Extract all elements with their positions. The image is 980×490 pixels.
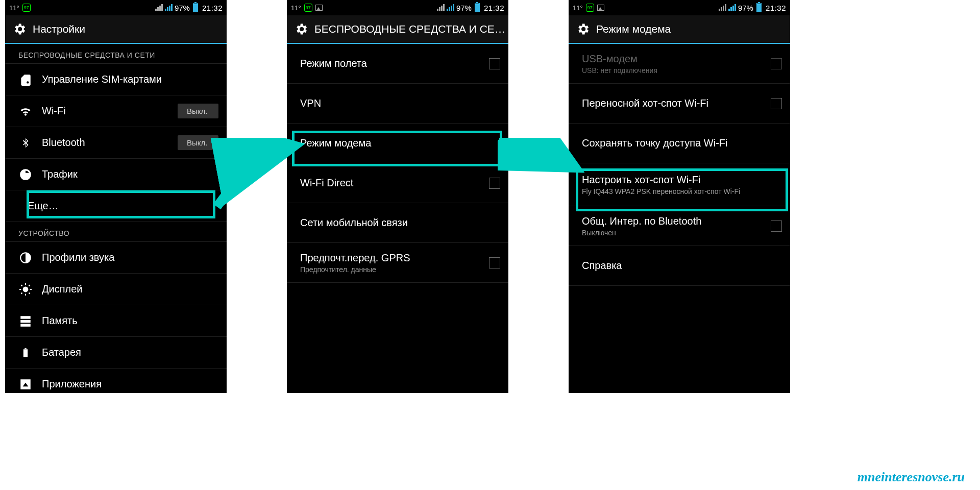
row-wifi[interactable]: Wi-Fi Выкл. (5, 95, 227, 127)
row-label: Приложения (42, 378, 218, 390)
svg-line-9 (21, 292, 22, 293)
row-sound-profiles[interactable]: Профили звука (5, 242, 227, 274)
svg-rect-14 (23, 349, 28, 357)
row-sublabel: Fly IQ443 WPA2 PSK переносной хот-спот W… (582, 187, 782, 195)
screenshot-icon (597, 5, 604, 11)
row-sublabel: USB: нет подключения (582, 66, 762, 75)
apps-icon (18, 377, 33, 391)
row-keep-hotspot[interactable]: Сохранять точку доступа Wi-Fi (569, 124, 790, 163)
svg-rect-12 (20, 320, 31, 322)
row-memory[interactable]: Память (5, 305, 227, 337)
svg-line-7 (21, 285, 22, 286)
row-label: Общ. Интер. по Bluetooth (582, 215, 762, 227)
row-bluetooth[interactable]: Bluetooth Выкл. (5, 127, 227, 159)
header: БЕСПРОВОДНЫЕ СРЕДСТВА И СЕ… (287, 15, 508, 44)
row-label: Трафик (42, 168, 218, 180)
svg-point-0 (27, 81, 29, 83)
clock: 21:32 (202, 4, 223, 12)
row-apps[interactable]: Приложения (5, 369, 227, 393)
row-label: Предпочт.перед. GPRS (300, 252, 480, 264)
display-icon (18, 282, 33, 297)
header: Настройки (5, 15, 227, 44)
row-portable-hotspot[interactable]: Переносной хот-спот Wi-Fi (569, 84, 790, 124)
hotspot-checkbox[interactable] (771, 98, 782, 109)
usb-checkbox (771, 58, 782, 69)
wifi-icon (18, 104, 33, 118)
signal-sim1-icon (155, 4, 163, 11)
storage-icon (18, 314, 33, 328)
svg-line-8 (29, 292, 30, 293)
battery-icon (193, 3, 198, 12)
section-device: УСТРОЙСТВО (5, 222, 227, 242)
row-usb-modem: USB-модем USB: нет подключения (569, 44, 790, 84)
row-wifi-direct[interactable]: Wi-Fi Direct (287, 163, 508, 203)
svg-point-2 (23, 286, 29, 292)
wifi-toggle[interactable]: Выкл. (178, 104, 218, 118)
notification-badge: 97 (22, 4, 31, 12)
battery-icon (756, 3, 762, 12)
row-label: Сохранять точку доступа Wi-Fi (582, 137, 782, 149)
temperature: 11° (291, 4, 301, 12)
row-sim-management[interactable]: Управление SIM-картами (5, 64, 227, 95)
row-label: Справка (582, 260, 782, 272)
signal-sim1-icon (437, 4, 445, 11)
header: Режим модема (569, 15, 790, 44)
clock: 21:32 (484, 4, 504, 12)
row-battery[interactable]: Батарея (5, 337, 227, 369)
gprs-checkbox[interactable] (489, 257, 500, 268)
settings-icon (576, 22, 590, 36)
temperature: 11° (573, 4, 583, 12)
battery-percent: 97% (738, 4, 753, 12)
row-label: USB-модем (582, 53, 762, 65)
row-traffic[interactable]: Трафик (5, 159, 227, 190)
arrow-2 (498, 138, 584, 184)
row-bt-tether[interactable]: Общ. Интер. по Bluetooth Выключен (569, 206, 790, 246)
row-label: Wi-Fi Direct (300, 177, 480, 189)
battery-icon (475, 3, 480, 12)
row-label: Еще… (28, 200, 218, 212)
screenshot-icon (315, 5, 323, 11)
header-title: Режим модема (596, 23, 671, 35)
row-sublabel: Предпочтител. данные (300, 265, 480, 274)
phone-screen-wireless: 11° 97 97% 21:32 БЕСПРОВОДНЫЕ СРЕДСТВА И… (287, 0, 508, 393)
arrow-1 (209, 138, 306, 219)
row-help[interactable]: Справка (569, 246, 790, 286)
svg-line-10 (29, 285, 30, 286)
signal-sim2-icon (165, 4, 173, 11)
battery-percent: 97% (456, 4, 472, 12)
signal-sim2-icon (728, 4, 736, 11)
signal-sim1-icon (719, 4, 726, 11)
svg-rect-15 (24, 348, 26, 349)
temperature: 11° (9, 4, 19, 12)
row-gprs-pref[interactable]: Предпочт.перед. GPRS Предпочтител. данны… (287, 243, 508, 283)
bt-tether-checkbox[interactable] (771, 220, 782, 232)
row-label: Профили звука (42, 252, 218, 263)
row-more[interactable]: Еще… (5, 190, 227, 222)
header-title: БЕСПРОВОДНЫЕ СРЕДСТВА И СЕ… (314, 23, 505, 35)
sim-icon (18, 72, 33, 87)
row-label: Wi-Fi (42, 105, 168, 117)
bluetooth-icon (18, 136, 33, 150)
row-label: Bluetooth (42, 137, 168, 149)
airplane-checkbox[interactable] (489, 58, 500, 69)
row-label: Режим модема (300, 137, 500, 149)
row-label: VPN (300, 97, 500, 109)
row-label: Режим полета (300, 58, 480, 69)
settings-icon (12, 22, 27, 36)
svg-rect-13 (20, 324, 31, 326)
row-display[interactable]: Дисплей (5, 274, 227, 305)
row-tethering[interactable]: Режим модема (287, 124, 508, 163)
row-sublabel: Выключен (582, 229, 762, 237)
battery-percent: 97% (175, 4, 190, 12)
svg-rect-11 (20, 316, 31, 318)
watermark: mneinteresnovse.ru (857, 470, 965, 485)
row-label: Управление SIM-картами (42, 74, 218, 85)
row-label: Дисплей (42, 283, 218, 295)
row-setup-hotspot[interactable]: Настроить хот-спот Wi-Fi Fly IQ443 WPA2 … (569, 163, 790, 206)
row-label: Переносной хот-спот Wi-Fi (582, 97, 762, 109)
row-vpn[interactable]: VPN (287, 84, 508, 124)
row-mobile-networks[interactable]: Сети мобильной связи (287, 203, 508, 243)
clock: 21:32 (766, 4, 786, 12)
row-label: Память (42, 315, 218, 327)
row-airplane-mode[interactable]: Режим полета (287, 44, 508, 84)
